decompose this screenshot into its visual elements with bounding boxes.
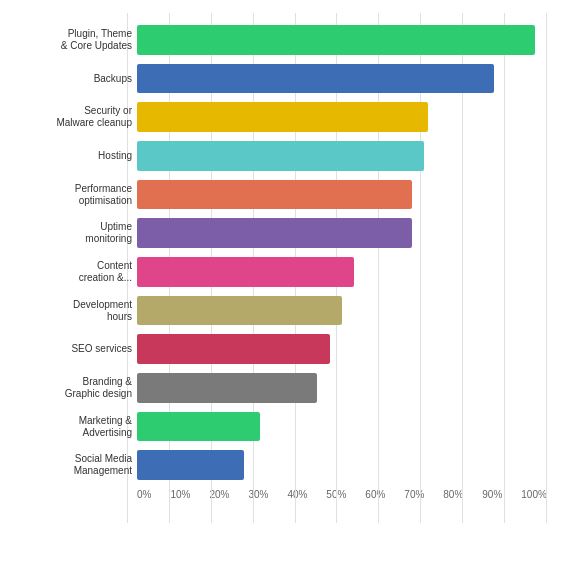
bar-label: Uptime monitoring [27,221,132,245]
bar-track [137,216,547,251]
x-axis-label: 80% [443,489,463,500]
bar-label: Content creation &... [27,260,132,284]
bar-fill [137,296,342,325]
bar-row: Content creation &... [137,255,547,290]
bar-fill [137,373,317,402]
x-axis-label: 0% [137,489,151,500]
bar-track [137,409,547,444]
bar-row: Security or Malware cleanup [137,100,547,135]
bar-track [137,448,547,483]
bar-row: Development hours [137,293,547,328]
x-axis-label: 30% [248,489,268,500]
bar-label: Backups [27,73,132,85]
bar-fill [137,257,354,286]
bar-track [137,23,547,58]
bar-fill [137,102,428,131]
bar-track [137,61,547,96]
bar-label: Social Media Management [27,453,132,477]
bar-row: Backups [137,61,547,96]
x-axis-label: 50% [326,489,346,500]
bar-fill [137,412,260,441]
bar-track [137,332,547,367]
x-axis-label: 90% [482,489,502,500]
x-axis-label: 60% [365,489,385,500]
bar-label: Development hours [27,299,132,323]
chart-area: Plugin, Theme & Core UpdatesBackupsSecur… [27,23,547,483]
bar-row: SEO services [137,332,547,367]
bar-row: Marketing & Advertising [137,409,547,444]
bar-label: Performance optimisation [27,183,132,207]
bar-track [137,255,547,290]
bar-row: Performance optimisation [137,177,547,212]
bar-fill [137,64,494,93]
bar-track [137,371,547,406]
x-axis-label: 70% [404,489,424,500]
bar-row: Branding & Graphic design [137,371,547,406]
bar-label: Hosting [27,150,132,162]
bar-fill [137,180,412,209]
bar-row: Hosting [137,139,547,174]
bar-label: SEO services [27,343,132,355]
x-axis-label: 100% [521,489,547,500]
bar-label: Plugin, Theme & Core Updates [27,28,132,52]
bar-row: Plugin, Theme & Core Updates [137,23,547,58]
bar-track [137,139,547,174]
chart-container: Plugin, Theme & Core UpdatesBackupsSecur… [17,13,557,553]
bar-fill [137,218,412,247]
bar-track [137,100,547,135]
x-axis-label: 40% [287,489,307,500]
bar-track [137,177,547,212]
bar-fill [137,450,244,479]
bar-track [137,293,547,328]
bar-row: Social Media Management [137,448,547,483]
x-axis: 0%10%20%30%40%50%60%70%80%90%100% [27,489,547,500]
bar-fill [137,25,535,54]
bar-label: Marketing & Advertising [27,415,132,439]
x-axis-label: 20% [209,489,229,500]
bar-label: Branding & Graphic design [27,376,132,400]
bar-fill [137,141,424,170]
x-axis-label: 10% [170,489,190,500]
bar-row: Uptime monitoring [137,216,547,251]
bar-fill [137,334,330,363]
bar-label: Security or Malware cleanup [27,105,132,129]
